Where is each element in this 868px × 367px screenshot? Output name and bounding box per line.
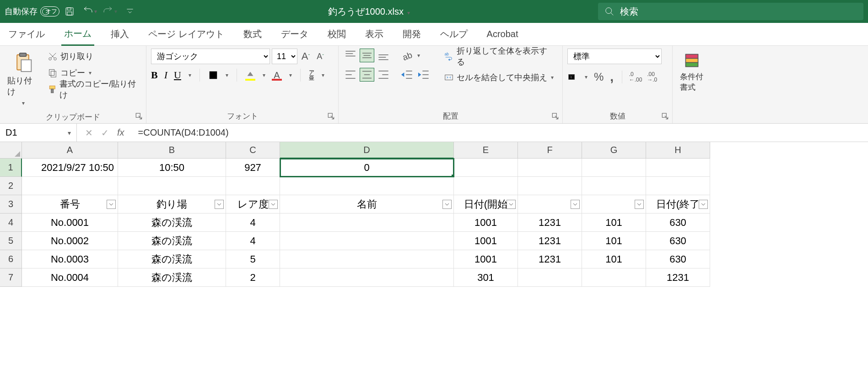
tab-view[interactable]: 表示	[362, 23, 386, 45]
tab-insert[interactable]: 挿入	[108, 23, 132, 45]
underline-button[interactable]: U	[174, 69, 181, 81]
cell[interactable]	[646, 159, 710, 177]
cell[interactable]: No.0003	[22, 250, 118, 268]
borders-button[interactable]	[208, 70, 218, 80]
col-header-H[interactable]: H	[646, 142, 710, 159]
table-header[interactable]: 釣り場	[118, 195, 226, 214]
align-top-button[interactable]	[343, 49, 358, 62]
cell[interactable]: 1231	[518, 214, 582, 232]
table-header[interactable]: 日付(終了	[646, 195, 710, 214]
align-left-button[interactable]	[343, 68, 358, 82]
cell[interactable]	[454, 159, 518, 177]
increase-indent-button[interactable]	[416, 68, 431, 82]
redo-button[interactable]: ▾	[102, 3, 118, 20]
cell[interactable]: 1231	[518, 250, 582, 268]
cell[interactable]: 630	[646, 250, 710, 268]
cell-selected[interactable]: 0	[280, 159, 454, 177]
decrease-indent-button[interactable]	[400, 68, 415, 82]
font-color-button[interactable]: A	[272, 70, 282, 80]
table-header[interactable]: 日付(開始	[454, 195, 518, 214]
cell[interactable]: 927	[226, 159, 280, 177]
cell[interactable]: 森の渓流	[118, 268, 226, 287]
italic-button[interactable]: I	[164, 69, 167, 81]
filter-button[interactable]	[507, 200, 516, 209]
cell[interactable]: 101	[582, 232, 646, 250]
cell[interactable]	[646, 177, 710, 195]
tab-data[interactable]: データ	[278, 23, 311, 45]
font-size-select[interactable]: 11	[272, 49, 297, 64]
row-header-3[interactable]: 3	[0, 195, 22, 214]
formula-input[interactable]: =COUNTA(D4:D1004)	[133, 127, 868, 138]
comma-button[interactable]: ,	[610, 70, 614, 84]
number-format-select[interactable]: 標準	[567, 49, 662, 64]
conditional-formatting-button[interactable]: 条件付 書式	[677, 49, 706, 96]
cell[interactable]: No.0002	[22, 232, 118, 250]
filter-button[interactable]	[107, 200, 116, 209]
orientation-button[interactable]: ab	[400, 49, 415, 62]
tab-file[interactable]: ファイル	[5, 23, 48, 45]
cell[interactable]	[118, 177, 226, 195]
tab-help[interactable]: ヘルプ	[437, 23, 470, 45]
filter-button[interactable]	[442, 200, 452, 209]
cut-button[interactable]: 切り取り	[45, 49, 141, 64]
name-box[interactable]: D1 ▾	[0, 124, 77, 142]
cell[interactable]: 101	[582, 250, 646, 268]
bold-button[interactable]: B	[151, 69, 158, 81]
percent-button[interactable]: %	[594, 71, 604, 83]
save-button[interactable]	[61, 3, 78, 20]
increase-decimal-button[interactable]: .0←.00	[631, 72, 641, 82]
cell[interactable]	[22, 177, 118, 195]
cell[interactable]	[518, 268, 582, 287]
col-header-E[interactable]: E	[454, 142, 518, 159]
wrap-text-button[interactable]: ab 折り返して全体を表示する	[441, 49, 558, 64]
table-header[interactable]: 名前	[280, 195, 454, 214]
table-header[interactable]	[518, 195, 582, 214]
row-header-7[interactable]: 7	[0, 268, 22, 287]
align-center-button[interactable]	[360, 68, 374, 82]
merge-center-button[interactable]: セルを結合して中央揃え▾	[441, 70, 558, 85]
cell[interactable]: 1001	[454, 232, 518, 250]
cell[interactable]: 森の渓流	[118, 232, 226, 250]
col-header-C[interactable]: C	[226, 142, 280, 159]
select-all-corner[interactable]	[0, 142, 22, 159]
cancel-formula-button[interactable]: ✕	[85, 127, 93, 138]
cell[interactable]: 101	[582, 214, 646, 232]
decrease-font-button[interactable]: Aˇ	[314, 51, 327, 61]
cell[interactable]: 5	[226, 250, 280, 268]
paste-button[interactable]: 貼り付け ▾	[5, 49, 41, 110]
search-box[interactable]: 検索	[598, 3, 863, 20]
cell[interactable]: 森の渓流	[118, 250, 226, 268]
filter-button[interactable]	[269, 200, 278, 209]
align-bottom-button[interactable]	[376, 49, 391, 62]
document-title[interactable]: 釣ろうぜ1000.xlsx ▾	[140, 5, 598, 18]
cell[interactable]	[280, 232, 454, 250]
cell[interactable]	[582, 177, 646, 195]
align-right-button[interactable]	[376, 68, 391, 82]
cell[interactable]: 10:50	[118, 159, 226, 177]
cell[interactable]: 1001	[454, 250, 518, 268]
dialog-launcher[interactable]	[327, 112, 335, 121]
tab-developer[interactable]: 開発	[400, 23, 424, 45]
increase-font-button[interactable]: Aˆ	[299, 51, 312, 61]
cell[interactable]	[454, 177, 518, 195]
row-header-2[interactable]: 2	[0, 177, 22, 195]
filter-button[interactable]	[571, 200, 580, 209]
cell[interactable]	[280, 268, 454, 287]
row-header-6[interactable]: 6	[0, 250, 22, 268]
align-middle-button[interactable]	[360, 49, 374, 62]
cell[interactable]: 4	[226, 214, 280, 232]
table-header[interactable]: 番号	[22, 195, 118, 214]
cell[interactable]: 301	[454, 268, 518, 287]
cell[interactable]: 2	[226, 268, 280, 287]
tab-home[interactable]: ホーム	[61, 23, 94, 46]
cell[interactable]	[518, 177, 582, 195]
filter-button[interactable]	[215, 200, 224, 209]
qat-customize-button[interactable]	[122, 3, 138, 20]
cell[interactable]: 630	[646, 232, 710, 250]
cell[interactable]	[280, 250, 454, 268]
cell[interactable]	[582, 268, 646, 287]
cell[interactable]: 630	[646, 214, 710, 232]
cell[interactable]: 1231	[518, 232, 582, 250]
cell[interactable]	[280, 177, 454, 195]
cell[interactable]: 2021/9/27 10:50	[22, 159, 118, 177]
